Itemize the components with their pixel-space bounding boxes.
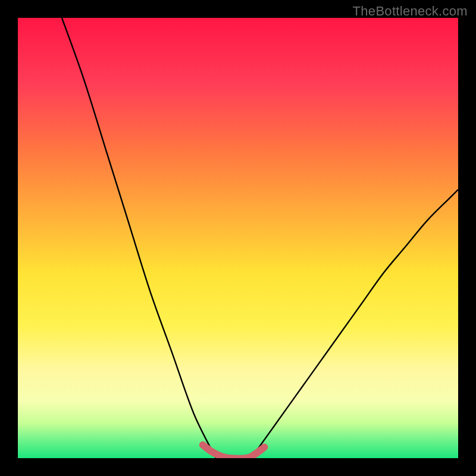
chart-frame: TheBottleneck.com	[0, 0, 476, 476]
chart-svg	[18, 18, 458, 458]
watermark-text: TheBottleneck.com	[353, 4, 468, 19]
plot-area	[18, 18, 458, 458]
gradient-background	[18, 18, 458, 458]
